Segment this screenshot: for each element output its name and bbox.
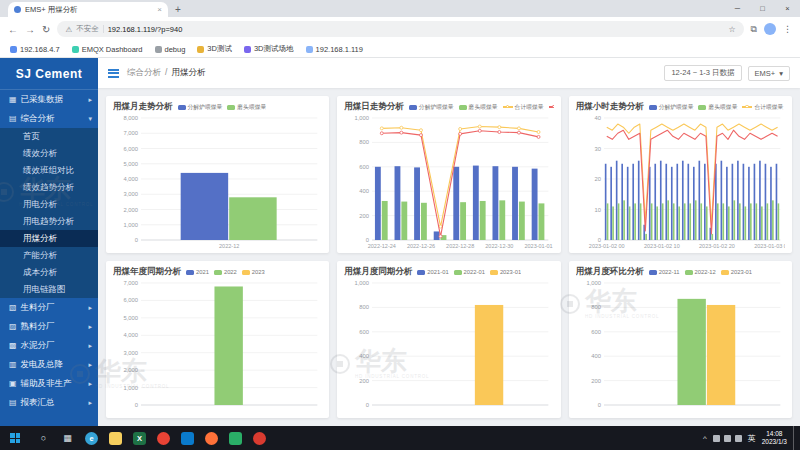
sidebar-item[interactable]: ▥发电及总降▸ xyxy=(0,355,98,374)
sidebar-subitem[interactable]: 用煤分析 xyxy=(0,230,98,247)
svg-text:1,000: 1,000 xyxy=(123,222,138,228)
bookmark-item[interactable]: EMQX Dashboard xyxy=(72,45,143,54)
sidebar-subitem[interactable]: 绩效分析 xyxy=(0,145,98,162)
sidebar-item[interactable]: ▦已采集数据▸ xyxy=(0,90,98,109)
back-icon[interactable]: ← xyxy=(8,24,18,35)
sidebar-subitem[interactable]: 首页 xyxy=(0,128,98,145)
sidebar-subitem[interactable]: 用电链路图 xyxy=(0,281,98,298)
tray-time: 14:08 xyxy=(762,430,787,438)
browser-tab[interactable]: EMS+ 用煤分析 × xyxy=(8,2,168,17)
chart-canvas: 02004006008001,0002022-12-242022-12-2620… xyxy=(344,113,553,251)
breadcrumb-separator: / xyxy=(165,67,167,79)
task-view-icon[interactable]: ▦ xyxy=(57,426,78,450)
legend-label: 磨头喂煤量 xyxy=(237,103,266,112)
profile-avatar[interactable] xyxy=(764,23,776,35)
legend-item[interactable]: 分解炉喂煤量 xyxy=(178,103,223,112)
menu-toggle-icon[interactable] xyxy=(108,69,119,78)
svg-text:400: 400 xyxy=(360,353,370,359)
bookmark-item[interactable]: debug xyxy=(155,45,186,54)
legend-item[interactable]: 分解炉喂煤量 xyxy=(409,103,454,112)
sidebar-subitem[interactable]: 成本分析 xyxy=(0,264,98,281)
chart-title: 用煤月度同期分析 xyxy=(344,266,412,278)
firefox-icon[interactable] xyxy=(201,426,222,450)
legend-bar-marker-icon xyxy=(721,270,729,275)
chevron-icon: ▸ xyxy=(88,304,92,312)
legend-item[interactable]: 磨头喂煤量 xyxy=(698,103,737,112)
bookmark-item[interactable]: 3D测试场地 xyxy=(244,44,294,54)
legend-item[interactable]: 合计喂煤量 xyxy=(503,103,544,112)
svg-text:200: 200 xyxy=(360,378,370,384)
search-icon[interactable]: ○ xyxy=(33,426,54,450)
legend-item[interactable]: 2023-01 xyxy=(721,269,752,275)
svg-text:5,000: 5,000 xyxy=(123,315,138,321)
legend-item[interactable]: 2023 xyxy=(242,269,265,275)
legend-item[interactable]: 2022 xyxy=(214,269,237,275)
browser-menu-icon[interactable]: ⋮ xyxy=(783,24,792,34)
bookmark-item[interactable]: 3D测试 xyxy=(197,44,232,54)
sidebar-submenu: 首页绩效分析绩效班组对比绩效趋势分析用电分析用电趋势分析用煤分析产能分析成本分析… xyxy=(0,128,98,298)
date-range-display[interactable]: 12-24 ~ 1-3 日数据 xyxy=(664,65,741,81)
legend-item[interactable]: 分解炉喂煤量 xyxy=(649,103,694,112)
tray-message-icon[interactable] xyxy=(735,435,742,442)
taskbar-clock[interactable]: 14:08 2023/1/3 xyxy=(762,430,787,446)
legend-item[interactable]: 煤磨产量 xyxy=(549,103,554,112)
sidebar-item[interactable]: ▧生料分厂▸ xyxy=(0,298,98,317)
menu-item-label: 发电及总降 xyxy=(21,359,64,371)
reload-icon[interactable]: ↻ xyxy=(42,24,50,35)
bookmark-favicon-icon xyxy=(306,46,313,53)
security-label: 不安全 xyxy=(76,24,99,34)
tray-volume-icon[interactable] xyxy=(724,435,731,442)
sidebar-subitem[interactable]: 绩效趋势分析 xyxy=(0,179,98,196)
legend-item[interactable]: 2022-11 xyxy=(649,269,680,275)
sidebar-subitem[interactable]: 产能分析 xyxy=(0,247,98,264)
breadcrumb-item[interactable]: 综合分析 xyxy=(127,67,161,79)
sidebar-item[interactable]: ▩水泥分厂▸ xyxy=(0,336,98,355)
edge-icon[interactable]: e xyxy=(81,426,102,450)
new-tab-button[interactable]: + xyxy=(175,2,181,17)
vscode-icon[interactable] xyxy=(177,426,198,450)
legend-item[interactable]: 2023-01 xyxy=(490,269,521,275)
extensions-icon[interactable]: ⧉ xyxy=(751,24,757,35)
sidebar-item[interactable]: ▨熟料分厂▸ xyxy=(0,317,98,336)
ime-indicator[interactable]: 英 xyxy=(748,433,756,444)
sidebar-subitem[interactable]: 用电趋势分析 xyxy=(0,213,98,230)
legend-item[interactable]: 磨头喂煤量 xyxy=(459,103,498,112)
legend-item[interactable]: 2022-12 xyxy=(685,269,716,275)
sidebar-subitem[interactable]: 绩效班组对比 xyxy=(0,162,98,179)
show-desktop-button[interactable] xyxy=(793,426,797,450)
legend-label: 2022-12 xyxy=(695,269,716,275)
legend-item[interactable]: 2021-01 xyxy=(417,269,448,275)
chrome-icon[interactable] xyxy=(153,426,174,450)
charts-grid: 用煤月走势分析分解炉喂煤量磨头喂煤量01,0002,0003,0004,0005… xyxy=(98,88,800,426)
wechat-icon[interactable] xyxy=(225,426,246,450)
sidebar-item[interactable]: ▤报表汇总▸ xyxy=(0,393,98,412)
tab-close-icon[interactable]: × xyxy=(157,5,162,14)
legend-label: 分解炉喂煤量 xyxy=(188,103,223,112)
qq-icon[interactable] xyxy=(249,426,270,450)
legend-item[interactable]: 2022-01 xyxy=(454,269,485,275)
address-bar[interactable]: ⚠ 不安全 192.168.1.119/?p=940 ☆ xyxy=(57,21,743,37)
file-explorer-icon[interactable] xyxy=(105,426,126,450)
legend-item[interactable]: 合计喂煤量 xyxy=(742,103,783,112)
bookmark-item[interactable]: 192.168.4.7 xyxy=(10,45,60,54)
excel-icon[interactable]: X xyxy=(129,426,150,450)
svg-text:2022-12-26: 2022-12-26 xyxy=(407,243,435,249)
legend-item[interactable]: 磨头喂煤量 xyxy=(227,103,266,112)
bookmark-label: EMQX Dashboard xyxy=(82,45,143,54)
legend-item[interactable]: 2021 xyxy=(186,269,209,275)
minimize-button[interactable]: ─ xyxy=(725,0,750,17)
sidebar-item[interactable]: ▤综合分析▾ xyxy=(0,109,98,128)
tray-chevron-icon[interactable]: ^ xyxy=(703,434,707,443)
tray-network-icon[interactable] xyxy=(713,435,720,442)
bookmark-item[interactable]: 192.168.1.119 xyxy=(306,45,363,54)
bookmark-star-icon[interactable]: ☆ xyxy=(728,25,735,34)
sidebar-subitem[interactable]: 用电分析 xyxy=(0,196,98,213)
start-button[interactable] xyxy=(0,426,30,450)
forward-icon[interactable]: → xyxy=(25,24,35,35)
sidebar-item[interactable]: ▣辅助及非生产▸ xyxy=(0,374,98,393)
browser-toolbar: ← → ↻ ⚠ 不安全 192.168.1.119/?p=940 ☆ ⧉ ⋮ xyxy=(0,17,800,41)
maximize-button[interactable]: □ xyxy=(750,0,775,17)
close-window-button[interactable]: × xyxy=(775,0,800,17)
env-select[interactable]: EMS+ ▾ xyxy=(748,66,790,81)
legend-label: 2022 xyxy=(224,269,237,275)
